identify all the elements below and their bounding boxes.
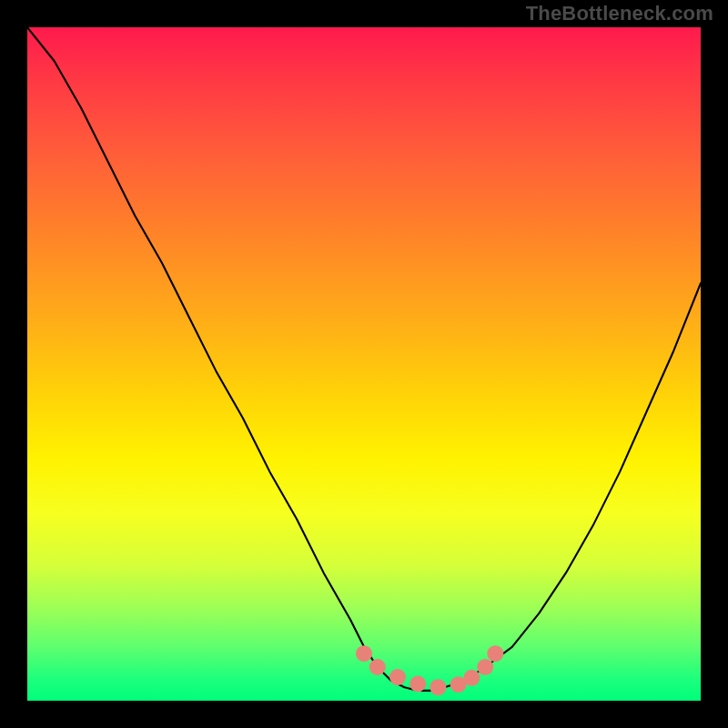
optimum-marker-dot: [369, 659, 386, 675]
bottleneck-curve: [27, 27, 701, 691]
optimum-marker-dot: [389, 669, 406, 685]
optimum-marker-dot: [430, 679, 446, 695]
optimum-marker-dot: [463, 670, 480, 686]
optimum-marker-dot: [356, 645, 372, 662]
optimum-marker-group: [356, 645, 503, 695]
watermark-text: TheBottleneck.com: [526, 2, 713, 25]
chart-frame: TheBottleneck.com: [0, 0, 728, 728]
chart-svg: [27, 27, 701, 701]
optimum-marker-dot: [487, 645, 503, 662]
plot-area: [27, 27, 701, 701]
optimum-marker-dot: [477, 659, 493, 675]
optimum-marker-dot: [410, 676, 426, 693]
